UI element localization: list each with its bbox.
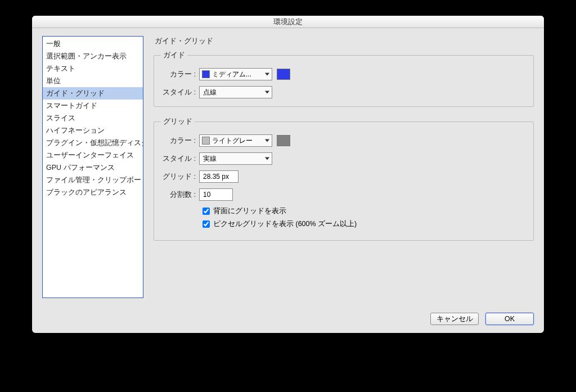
- guide-style-row: スタイル : 点線: [161, 86, 526, 98]
- grid-spacing-label: グリッド :: [161, 172, 199, 182]
- guide-color-preview[interactable]: [277, 69, 290, 80]
- grid-subdivision-row: 分割数 :: [161, 188, 526, 201]
- grid-subdivision-label: 分割数 :: [161, 190, 199, 200]
- preference-category-list: 一般選択範囲・アンカー表示テキスト単位ガイド・グリッドスマートガイドスライスハイ…: [42, 36, 143, 298]
- window-title: 環境設定: [273, 17, 303, 26]
- page-title: ガイド・グリッド: [155, 36, 534, 46]
- guide-style-value: 点線: [203, 88, 262, 97]
- pixel-grid-checkbox-label: ピクセルグリッドを表示 (600% ズーム以上): [213, 219, 357, 229]
- pixel-grid-checkbox[interactable]: [202, 220, 210, 228]
- cancel-button[interactable]: キャンセル: [430, 313, 479, 325]
- grid-style-select[interactable]: 実線: [199, 152, 272, 165]
- sidebar-item[interactable]: スマートガイド: [43, 100, 143, 112]
- chevron-down-icon: [265, 157, 269, 160]
- chevron-down-icon: [265, 91, 269, 94]
- grid-style-value: 実線: [203, 154, 262, 164]
- sidebar-item[interactable]: ユーザーインターフェイス: [43, 149, 143, 161]
- sidebar-item[interactable]: テキスト: [43, 62, 143, 75]
- sidebar-item[interactable]: GPU パフォーマンス: [43, 161, 143, 174]
- dialog-body: 一般選択範囲・アンカー表示テキスト単位ガイド・グリッドスマートガイドスライスハイ…: [32, 28, 544, 309]
- grid-back-checkbox-label: 背面にグリッドを表示: [213, 206, 286, 216]
- titlebar: 環境設定: [32, 16, 544, 28]
- grid-legend: グリッド: [161, 117, 195, 127]
- guide-style-select[interactable]: 点線: [199, 86, 272, 98]
- grid-color-row: カラー : ライトグレー: [161, 134, 526, 147]
- grid-color-select[interactable]: ライトグレー: [199, 134, 272, 147]
- chevron-down-icon: [265, 139, 269, 142]
- sidebar-item[interactable]: ブラックのアピアランス: [43, 186, 143, 199]
- grid-color-swatch: [202, 137, 210, 145]
- sidebar-item[interactable]: ガイド・グリッド: [43, 87, 143, 100]
- guide-color-value: ミディアム...: [212, 70, 262, 79]
- grid-subdivision-input[interactable]: [199, 188, 233, 201]
- chevron-down-icon: [265, 73, 269, 76]
- guide-fieldset: ガイド カラー : ミディアム... スタイル : 点線: [154, 51, 534, 107]
- ok-button[interactable]: OK: [485, 313, 534, 325]
- pixel-grid-checkbox-row: ピクセルグリッドを表示 (600% ズーム以上): [202, 219, 526, 229]
- guide-legend: ガイド: [161, 51, 187, 60]
- grid-spacing-input[interactable]: [199, 170, 238, 183]
- guide-style-label: スタイル :: [161, 88, 199, 97]
- grid-fieldset: グリッド カラー : ライトグレー スタイル : 実線: [154, 117, 534, 241]
- grid-back-checkbox[interactable]: [202, 208, 210, 215]
- guide-color-label: カラー :: [161, 70, 199, 79]
- sidebar-item[interactable]: ハイフネーション: [43, 124, 143, 137]
- grid-spacing-row: グリッド :: [161, 170, 526, 183]
- sidebar-item[interactable]: プラグイン・仮想記憶ディスク: [43, 137, 143, 149]
- sidebar-item[interactable]: 選択範囲・アンカー表示: [43, 50, 143, 62]
- dialog-footer: キャンセル OK: [32, 309, 544, 333]
- preferences-dialog: 環境設定 一般選択範囲・アンカー表示テキスト単位ガイド・グリッドスマートガイドス…: [32, 16, 544, 333]
- sidebar-item[interactable]: スライス: [43, 112, 143, 124]
- guide-color-select[interactable]: ミディアム...: [199, 68, 272, 80]
- grid-style-label: スタイル :: [161, 154, 199, 164]
- grid-back-checkbox-row: 背面にグリッドを表示: [202, 206, 526, 216]
- grid-color-preview[interactable]: [277, 135, 290, 146]
- guide-color-swatch: [202, 70, 210, 78]
- grid-color-label: カラー :: [161, 136, 199, 146]
- sidebar-item[interactable]: 単位: [43, 75, 143, 87]
- main-panel: ガイド・グリッド ガイド カラー : ミディアム... スタイル : 点線: [154, 36, 534, 304]
- grid-color-value: ライトグレー: [212, 136, 262, 146]
- guide-color-row: カラー : ミディアム...: [161, 68, 526, 80]
- sidebar-item[interactable]: 一般: [43, 38, 143, 50]
- sidebar-item[interactable]: ファイル管理・クリップボード: [43, 174, 143, 186]
- grid-style-row: スタイル : 実線: [161, 152, 526, 165]
